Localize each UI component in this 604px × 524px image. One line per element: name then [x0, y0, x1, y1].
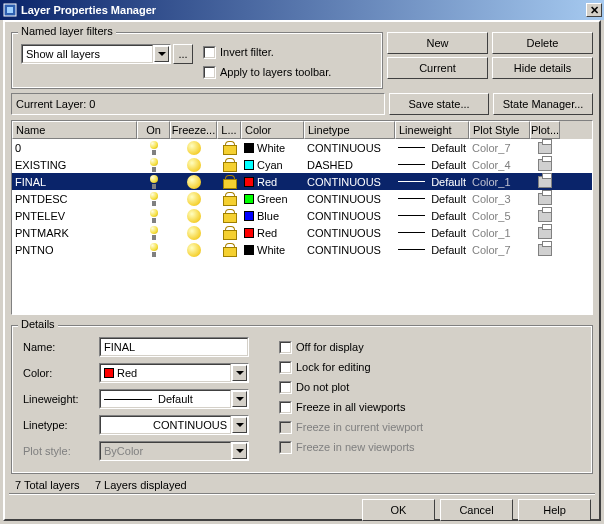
table-row[interactable]: 0WhiteCONTINUOUS DefaultColor_7: [12, 139, 592, 156]
do-not-plot-checkbox[interactable]: Do not plot: [279, 379, 423, 395]
sun-icon[interactable]: [170, 241, 217, 258]
cell-linetype[interactable]: CONTINUOUS: [304, 241, 395, 258]
sun-icon[interactable]: [170, 173, 217, 190]
table-row[interactable]: PNTELEVBlueCONTINUOUS DefaultColor_5: [12, 207, 592, 224]
lock-icon[interactable]: [217, 190, 241, 207]
table-row[interactable]: EXISTINGCyanDASHED DefaultColor_4: [12, 156, 592, 173]
cell-plotstyle: Color_5: [469, 207, 530, 224]
label-linetype: Linetype:: [23, 419, 93, 431]
filter-browse-button[interactable]: ...: [173, 44, 193, 64]
cell-linetype[interactable]: CONTINUOUS: [304, 139, 395, 156]
table-row[interactable]: PNTMARKRedCONTINUOUS DefaultColor_1: [12, 224, 592, 241]
freeze-all-vp-checkbox[interactable]: Freeze in all viewports: [279, 399, 423, 415]
cell-color[interactable]: White: [241, 139, 304, 156]
cell-name: PNTNO: [12, 241, 137, 258]
bulb-icon[interactable]: [137, 156, 170, 173]
cell-color[interactable]: Green: [241, 190, 304, 207]
delete-button[interactable]: Delete: [492, 32, 593, 54]
invert-filter-checkbox[interactable]: Invert filter.: [203, 44, 331, 60]
state-manager-button[interactable]: State Manager...: [493, 93, 593, 115]
ok-button[interactable]: OK: [362, 499, 435, 521]
column-plot[interactable]: Plot...: [530, 121, 560, 139]
cell-linetype[interactable]: CONTINUOUS: [304, 224, 395, 241]
column-lineweight[interactable]: Lineweight: [395, 121, 469, 139]
sun-icon[interactable]: [170, 224, 217, 241]
hide-details-button[interactable]: Hide details: [492, 57, 593, 79]
cell-lineweight[interactable]: Default: [395, 224, 469, 241]
table-row[interactable]: FINALRedCONTINUOUS DefaultColor_1: [12, 173, 592, 190]
label-color: Color:: [23, 367, 93, 379]
bulb-icon[interactable]: [137, 207, 170, 224]
column-color[interactable]: Color: [241, 121, 304, 139]
chevron-down-icon[interactable]: [232, 417, 247, 433]
cancel-button[interactable]: Cancel: [440, 499, 513, 521]
save-state-button[interactable]: Save state...: [389, 93, 489, 115]
filter-combo-value: Show all layers: [26, 48, 100, 60]
printer-icon[interactable]: [530, 190, 560, 207]
sun-icon[interactable]: [170, 156, 217, 173]
off-display-checkbox[interactable]: Off for display: [279, 339, 423, 355]
filter-combo[interactable]: Show all layers: [21, 44, 171, 64]
cell-color[interactable]: Blue: [241, 207, 304, 224]
printer-icon[interactable]: [530, 224, 560, 241]
table-row[interactable]: PNTNOWhiteCONTINUOUS DefaultColor_7: [12, 241, 592, 258]
new-button[interactable]: New: [387, 32, 488, 54]
cell-linetype[interactable]: CONTINUOUS: [304, 190, 395, 207]
bulb-icon[interactable]: [137, 224, 170, 241]
column-freeze[interactable]: Freeze...: [170, 121, 217, 139]
lock-icon[interactable]: [217, 173, 241, 190]
bulb-icon[interactable]: [137, 241, 170, 258]
lock-icon[interactable]: [217, 241, 241, 258]
chevron-down-icon[interactable]: [232, 391, 247, 407]
column-on[interactable]: On: [137, 121, 170, 139]
apply-toolbar-checkbox[interactable]: Apply to layers toolbar.: [203, 64, 331, 80]
lock-icon[interactable]: [217, 156, 241, 173]
cell-lineweight[interactable]: Default: [395, 173, 469, 190]
help-button[interactable]: Help: [518, 499, 591, 521]
sun-icon[interactable]: [170, 139, 217, 156]
current-button[interactable]: Current: [387, 57, 488, 79]
sun-icon[interactable]: [170, 190, 217, 207]
cell-color[interactable]: White: [241, 241, 304, 258]
bulb-icon[interactable]: [137, 139, 170, 156]
column-linetype[interactable]: Linetype: [304, 121, 395, 139]
table-row[interactable]: PNTDESCGreenCONTINUOUS DefaultColor_3: [12, 190, 592, 207]
sun-icon[interactable]: [170, 207, 217, 224]
cell-color[interactable]: Red: [241, 224, 304, 241]
column-plotstyle[interactable]: Plot Style: [469, 121, 530, 139]
chevron-down-icon[interactable]: [154, 46, 169, 62]
printer-icon[interactable]: [530, 207, 560, 224]
column-lock[interactable]: L...: [217, 121, 241, 139]
cell-lineweight[interactable]: Default: [395, 156, 469, 173]
lock-icon[interactable]: [217, 139, 241, 156]
lock-icon[interactable]: [217, 224, 241, 241]
cell-lineweight[interactable]: Default: [395, 139, 469, 156]
printer-icon[interactable]: [530, 241, 560, 258]
cell-lineweight[interactable]: Default: [395, 207, 469, 224]
name-field[interactable]: FINAL: [99, 337, 249, 357]
cell-linetype[interactable]: CONTINUOUS: [304, 207, 395, 224]
label-plotstyle: Plot style:: [23, 445, 93, 457]
cell-linetype[interactable]: DASHED: [304, 156, 395, 173]
cell-color[interactable]: Cyan: [241, 156, 304, 173]
chevron-down-icon[interactable]: [232, 365, 247, 381]
cell-name: 0: [12, 139, 137, 156]
bulb-icon[interactable]: [137, 173, 170, 190]
table-body: 0WhiteCONTINUOUS DefaultColor_7EXISTINGC…: [12, 139, 592, 258]
cell-lineweight[interactable]: Default: [395, 241, 469, 258]
printer-icon[interactable]: [530, 173, 560, 190]
lineweight-combo[interactable]: Default: [99, 389, 249, 409]
cell-linetype[interactable]: CONTINUOUS: [304, 173, 395, 190]
printer-icon[interactable]: [530, 156, 560, 173]
lock-edit-checkbox[interactable]: Lock for editing: [279, 359, 423, 375]
close-button[interactable]: ✕: [586, 3, 602, 17]
printer-icon[interactable]: [530, 139, 560, 156]
lock-icon[interactable]: [217, 207, 241, 224]
cell-lineweight[interactable]: Default: [395, 190, 469, 207]
bulb-icon[interactable]: [137, 190, 170, 207]
cell-color[interactable]: Red: [241, 173, 304, 190]
linetype-combo[interactable]: CONTINUOUS: [99, 415, 249, 435]
color-combo[interactable]: Red: [99, 363, 249, 383]
column-name[interactable]: Name: [12, 121, 137, 139]
group-title-details: Details: [18, 318, 58, 330]
